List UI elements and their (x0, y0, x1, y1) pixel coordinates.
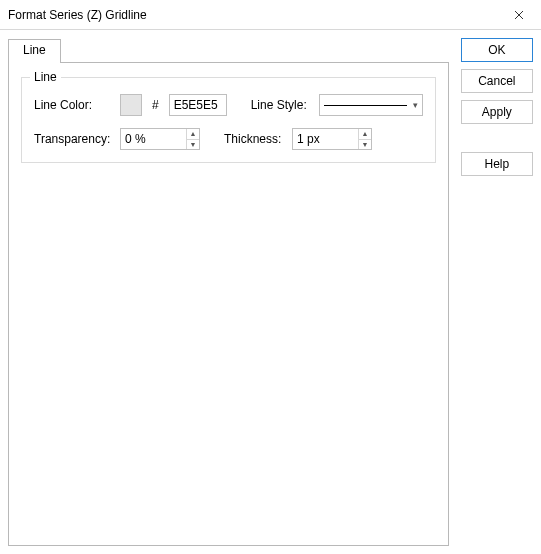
cancel-button[interactable]: Cancel (461, 69, 533, 93)
group-line: Line Line Color: # Line Style: ▾ Transpa… (21, 77, 436, 163)
left-panel: Line Line Line Color: # Line Style: ▾ (8, 38, 449, 546)
spinner-down-icon[interactable]: ▼ (187, 140, 199, 150)
dialog-body: Line Line Line Color: # Line Style: ▾ (0, 30, 541, 554)
thickness-input[interactable] (293, 129, 358, 149)
button-column: OK Cancel Apply Help (461, 38, 533, 546)
window-title: Format Series (Z) Gridline (8, 8, 497, 22)
line-style-preview (324, 105, 407, 106)
help-button[interactable]: Help (461, 152, 533, 176)
row-trans-thick: Transparency: ▲ ▼ Thickness: ▲ ▼ (34, 128, 423, 150)
close-icon (514, 10, 524, 20)
ok-button[interactable]: OK (461, 38, 533, 62)
tab-line[interactable]: Line (8, 39, 61, 63)
spinner-down-icon[interactable]: ▼ (359, 140, 371, 150)
color-swatch[interactable] (120, 94, 142, 116)
hash-label: # (152, 98, 159, 112)
tab-content: Line Line Color: # Line Style: ▾ Transpa… (8, 62, 449, 546)
group-title: Line (30, 70, 61, 84)
hex-input[interactable] (169, 94, 227, 116)
thickness-stepper[interactable]: ▲ ▼ (292, 128, 372, 150)
transparency-input[interactable] (121, 129, 186, 149)
tabs-header: Line (8, 38, 449, 62)
apply-button[interactable]: Apply (461, 100, 533, 124)
line-style-select[interactable]: ▾ (319, 94, 423, 116)
row-color-style: Line Color: # Line Style: ▾ (34, 94, 423, 116)
chevron-down-icon: ▾ (413, 100, 418, 110)
thickness-label: Thickness: (224, 132, 284, 146)
transparency-label: Transparency: (34, 132, 112, 146)
button-gap (461, 131, 533, 145)
spinner-arrows: ▲ ▼ (358, 129, 371, 149)
spinner-arrows: ▲ ▼ (186, 129, 199, 149)
titlebar: Format Series (Z) Gridline (0, 0, 541, 30)
line-color-label: Line Color: (34, 98, 112, 112)
transparency-stepper[interactable]: ▲ ▼ (120, 128, 200, 150)
line-style-label: Line Style: (251, 98, 311, 112)
spinner-up-icon[interactable]: ▲ (359, 129, 371, 140)
close-button[interactable] (497, 0, 541, 30)
spinner-up-icon[interactable]: ▲ (187, 129, 199, 140)
